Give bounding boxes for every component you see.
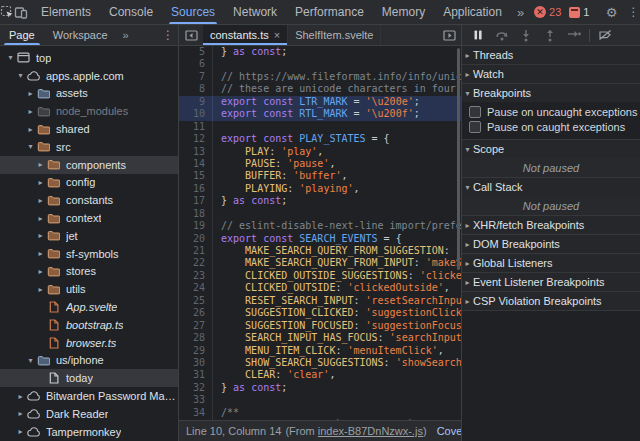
line-number[interactable]: 9 (179, 96, 212, 108)
deactivate-breakpoints-icon[interactable] (593, 25, 617, 45)
panel-tab-elements[interactable]: Elements (32, 0, 100, 24)
line-number[interactable]: 13 (179, 146, 212, 158)
line-number[interactable]: 35 (179, 419, 212, 420)
line-number[interactable]: 32 (179, 382, 212, 394)
tree-item-utils[interactable]: ▸utils (0, 280, 178, 298)
line-number[interactable]: 27 (179, 320, 212, 332)
line-number[interactable]: 7 (179, 71, 212, 83)
line-number[interactable]: 18 (179, 208, 212, 220)
line-number[interactable]: 19 (179, 220, 212, 232)
pause-icon[interactable] (466, 25, 490, 45)
line-number[interactable]: 16 (179, 183, 212, 195)
tree-item-bootstrap-ts[interactable]: bootstrap.ts (0, 316, 178, 334)
tree-item-dark-reader[interactable]: ▸Dark Reader (0, 405, 178, 423)
disclosure-right-icon[interactable]: ▸ (25, 107, 36, 116)
tree-item-node-modules[interactable]: ▸node_modules (0, 102, 178, 120)
editor-scrollbar[interactable] (457, 48, 460, 270)
disclosure-right-icon[interactable]: ▸ (25, 125, 36, 134)
disclosure-right-icon[interactable]: ▸ (25, 89, 36, 98)
tree-item-constants[interactable]: ▸constants (0, 191, 178, 209)
line-number[interactable]: 5 (179, 46, 212, 58)
tree-item-sf-symbols[interactable]: ▸sf-symbols (0, 245, 178, 263)
tree-item-browser-ts[interactable]: browser.ts (0, 334, 178, 352)
navigator-kebab-icon[interactable]: ⋮ (158, 25, 178, 45)
section-header-call-stack[interactable]: ▾Call Stack (462, 178, 640, 196)
disclosure-down-icon[interactable]: ▾ (25, 356, 36, 365)
line-number[interactable]: 12 (179, 133, 212, 145)
line-number[interactable]: 8 (179, 83, 212, 95)
disclosure-right-icon[interactable]: ▸ (35, 267, 46, 276)
step-out-icon[interactable] (538, 25, 562, 45)
tree-item-config[interactable]: ▸config (0, 174, 178, 192)
toggle-device-toolbar-icon[interactable] (14, 0, 28, 24)
checkbox-box[interactable] (469, 106, 481, 118)
line-number[interactable]: 11 (179, 121, 212, 133)
navigator-tab-workspace[interactable]: Workspace (44, 25, 117, 45)
disclosure-right-icon[interactable]: ▸ (35, 196, 46, 205)
more-navigator-tabs-icon[interactable]: » (117, 25, 135, 45)
console-errors-badge[interactable]: ✕ 23 (534, 6, 561, 18)
panel-tab-network[interactable]: Network (224, 0, 286, 24)
disclosure-down-icon[interactable]: ▾ (25, 142, 36, 151)
disclosure-right-icon[interactable]: ▸ (35, 285, 46, 294)
settings-gear-icon[interactable]: ⚙ (598, 5, 624, 20)
line-number[interactable]: 15 (179, 170, 212, 182)
line-number[interactable]: 21 (179, 245, 212, 257)
line-number[interactable]: 23 (179, 270, 212, 282)
panel-tab-console[interactable]: Console (100, 0, 162, 24)
step-into-icon[interactable] (514, 25, 538, 45)
section-header-watch[interactable]: ▸Watch (462, 65, 640, 83)
panel-tab-memory[interactable]: Memory (373, 0, 434, 24)
panel-tab-sources[interactable]: Sources (162, 0, 224, 24)
more-panels-icon[interactable]: » (511, 0, 530, 24)
disclosure-right-icon[interactable]: ▸ (15, 427, 26, 436)
disclosure-right-icon[interactable]: ▸ (35, 178, 46, 187)
close-tab-icon[interactable]: × (274, 29, 280, 41)
navigator-tab-page[interactable]: Page (0, 25, 44, 45)
tree-item-components[interactable]: ▸components (0, 156, 178, 174)
tree-item-bitwarden-password-man[interactable]: ▸Bitwarden Password Man… (0, 387, 178, 405)
line-number[interactable]: 10 (179, 108, 212, 120)
tree-item-jet[interactable]: ▸jet (0, 227, 178, 245)
line-number[interactable]: 29 (179, 345, 212, 357)
section-header-breakpoints[interactable]: ▾Breakpoints (462, 84, 640, 102)
line-number[interactable]: 31 (179, 369, 212, 381)
line-number[interactable]: 20 (179, 233, 212, 245)
coverage-link[interactable]: Covera (437, 425, 461, 437)
tree-item-stores[interactable]: ▸stores (0, 263, 178, 281)
line-number[interactable]: 6 (179, 58, 212, 70)
section-header-dom-breakpoints[interactable]: ▸DOM Breakpoints (462, 235, 640, 253)
tree-item-us-iphone[interactable]: ▾us/iphone (0, 352, 178, 370)
line-number[interactable]: 14 (179, 158, 212, 170)
section-header-global-listeners[interactable]: ▸Global Listeners (462, 254, 640, 272)
section-header-event-listener-breakpoints[interactable]: ▸Event Listener Breakpoints (462, 273, 640, 291)
editor-tab-constants-ts[interactable]: constants.ts× (203, 25, 288, 45)
step-icon[interactable] (562, 25, 586, 45)
disclosure-right-icon[interactable]: ▸ (35, 160, 46, 169)
tree-item-today[interactable]: today (0, 369, 178, 387)
step-over-icon[interactable] (490, 25, 514, 45)
disclosure-down-icon[interactable]: ▾ (15, 71, 26, 80)
tree-item-src[interactable]: ▾src (0, 138, 178, 156)
toggle-navigator-sidebar-icon[interactable] (179, 25, 203, 45)
panel-tab-performance[interactable]: Performance (286, 0, 373, 24)
sourcemap-file-link[interactable]: index-B87DnNzwx-.js (318, 425, 423, 437)
panel-tab-application[interactable]: Application (434, 0, 511, 24)
tree-item-assets[interactable]: ▸assets (0, 85, 178, 103)
disclosure-right-icon[interactable]: ▸ (35, 249, 46, 258)
disclosure-right-icon[interactable]: ▸ (35, 231, 46, 240)
tree-item-top[interactable]: ▾top (0, 49, 178, 67)
editor-tab-shelfitem-svelte[interactable]: ShelfItem.svelte (288, 25, 381, 45)
line-number[interactable]: 17 (179, 195, 212, 207)
tree-item-apps-apple-com[interactable]: ▾apps.apple.com (0, 67, 178, 85)
tree-item-app-svelte[interactable]: App.svelte (0, 298, 178, 316)
section-header-scope[interactable]: ▾Scope (462, 140, 640, 158)
tree-item-shared[interactable]: ▸shared (0, 120, 178, 138)
line-number[interactable]: 22 (179, 257, 212, 269)
section-header-xhr-fetch-breakpoints[interactable]: ▸XHR/fetch Breakpoints (462, 216, 640, 234)
section-header-csp-violation-breakpoints[interactable]: ▸CSP Violation Breakpoints (462, 292, 640, 310)
tree-item-context[interactable]: ▸context (0, 209, 178, 227)
inspect-element-icon[interactable] (0, 0, 14, 24)
line-number[interactable]: 30 (179, 357, 212, 369)
line-number[interactable]: 25 (179, 295, 212, 307)
